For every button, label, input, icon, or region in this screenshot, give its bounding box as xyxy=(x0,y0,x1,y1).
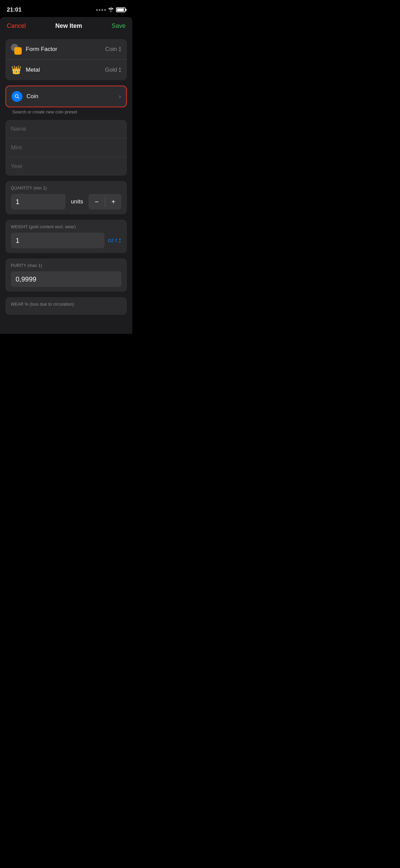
mint-placeholder: Mint xyxy=(11,139,121,157)
quantity-section: QUANTITY (min 1) 1 units − + xyxy=(5,181,127,214)
search-hint: Search or create new coin preset xyxy=(11,109,121,114)
quantity-label: QUANTITY (min 1) xyxy=(11,186,121,191)
page-title: New Item xyxy=(55,22,82,30)
form-factor-chevron-icon: ▲ ▼ xyxy=(118,46,121,52)
weight-label: WEIGHT (gold content excl. wear) xyxy=(11,224,121,229)
battery-icon xyxy=(116,7,126,12)
form-factor-value: Coin ▲ ▼ xyxy=(105,46,121,53)
signal-dot-2 xyxy=(99,9,100,11)
weight-section: WEIGHT (gold content excl. wear) 1 oz t … xyxy=(5,220,127,253)
crown-icon: 👑 xyxy=(11,65,22,75)
svg-line-1 xyxy=(18,97,19,98)
nav-bar: Cancel New Item Save xyxy=(0,17,132,34)
metal-row[interactable]: 👑 Metal Gold ▲ ▼ xyxy=(5,60,127,80)
coin-search-container: Coin › Search or create new coin preset xyxy=(5,86,127,114)
quantity-decrement-button[interactable]: − xyxy=(89,194,105,210)
form-factor-icon xyxy=(11,44,22,55)
wear-section: WEAR % (loss due to circulation) xyxy=(5,297,127,315)
form-factor-metal-section: Form Factor Coin ▲ ▼ 👑 Metal Gold ▲ ▼ xyxy=(5,39,127,80)
wifi-icon xyxy=(108,7,114,13)
name-mint-year-section: Name Mint Year xyxy=(5,120,127,176)
signal-dot-1 xyxy=(96,9,98,11)
year-input-row[interactable]: Year xyxy=(5,157,127,176)
metal-label: Metal xyxy=(26,67,105,73)
mint-input-row[interactable]: Mint xyxy=(5,139,127,157)
wear-label: WEAR % (loss due to circulation) xyxy=(11,302,121,307)
form-factor-row[interactable]: Form Factor Coin ▲ ▼ xyxy=(5,39,127,60)
purity-label: PURITY (max 1) xyxy=(11,263,121,268)
weight-unit[interactable]: oz t ▲ ▼ xyxy=(108,237,121,244)
quantity-increment-button[interactable]: + xyxy=(105,194,121,210)
quantity-unit: units xyxy=(69,198,85,205)
name-placeholder: Name xyxy=(11,120,121,138)
purity-input[interactable]: 0,9999 xyxy=(11,271,121,287)
coin-search-label: Coin xyxy=(26,93,119,100)
main-container: Cancel New Item Save Form Factor Coin ▲ … xyxy=(0,17,132,334)
signal-dot-3 xyxy=(101,9,103,11)
save-button[interactable]: Save xyxy=(112,22,126,30)
cancel-button[interactable]: Cancel xyxy=(7,22,26,30)
signal-dots-icon xyxy=(96,9,106,11)
form-factor-label: Form Factor xyxy=(26,46,105,53)
status-icons xyxy=(96,7,126,13)
purity-section: PURITY (max 1) 0,9999 xyxy=(5,258,127,292)
metal-chevron-icon: ▲ ▼ xyxy=(118,67,121,73)
quantity-stepper: − + xyxy=(89,194,121,210)
status-bar: 21:01 xyxy=(0,0,132,17)
coin-search-chevron-icon: › xyxy=(119,93,121,100)
year-placeholder: Year xyxy=(11,157,121,176)
metal-value: Gold ▲ ▼ xyxy=(105,67,121,73)
weight-input[interactable]: 1 xyxy=(11,233,104,248)
signal-dot-4 xyxy=(104,9,106,11)
name-input-row[interactable]: Name xyxy=(5,120,127,139)
status-time: 21:01 xyxy=(7,6,21,13)
quantity-row: 1 units − + xyxy=(11,194,121,210)
search-icon xyxy=(12,91,22,102)
coin-search-row[interactable]: Coin › xyxy=(5,86,127,107)
weight-row: 1 oz t ▲ ▼ xyxy=(11,233,121,248)
quantity-input[interactable]: 1 xyxy=(11,194,65,210)
